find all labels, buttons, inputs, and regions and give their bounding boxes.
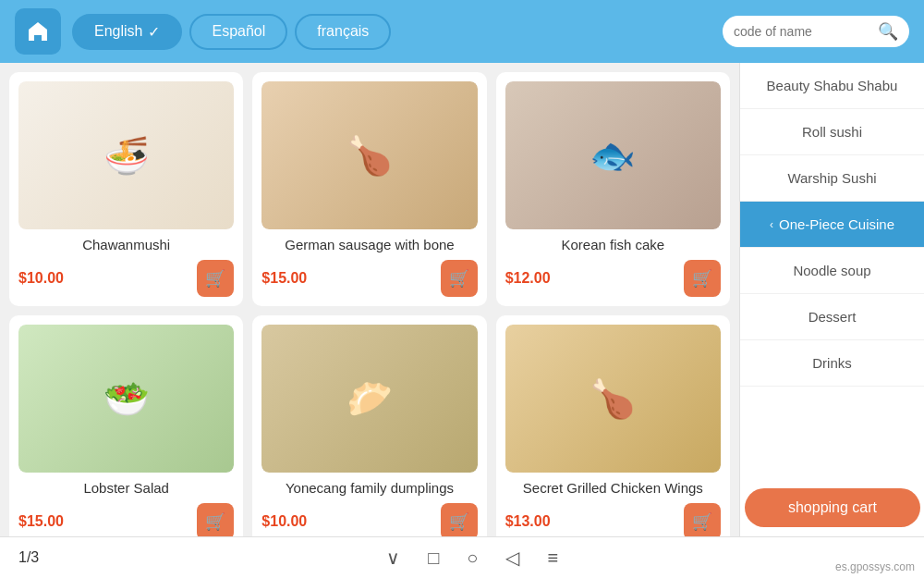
food-card: 🥗 Lobster Salad $15.00 🛒 [9, 315, 243, 536]
search-button[interactable]: 🔍 [878, 21, 898, 42]
sidebar-item-label: Warship Sushi [787, 170, 876, 186]
search-area: 🔍 [723, 16, 909, 47]
lang-francais-button[interactable]: français [295, 14, 391, 50]
food-footer: $15.00 🛒 [261, 260, 477, 297]
food-price: $12.00 [505, 270, 551, 287]
food-grid: 🍜 Chawanmushi $10.00 🛒 🍗 German sausage … [0, 63, 739, 536]
sidebar-item-label: Dessert [808, 309, 857, 325]
header: English ✓ Español français 🔍 [0, 0, 924, 63]
food-footer: $12.00 🛒 [505, 260, 721, 297]
sidebar-item-label: Roll sushi [802, 124, 862, 140]
food-placeholder: 🥟 [261, 325, 477, 473]
food-card: 🐟 Korean fish cake $12.00 🛒 [496, 72, 730, 306]
food-name: Korean fish cake [561, 237, 664, 252]
food-name: German sausage with bone [285, 237, 454, 252]
food-footer: $10.00 🛒 [261, 503, 477, 536]
add-to-cart-button[interactable]: 🛒 [441, 503, 478, 536]
food-price: $13.00 [505, 513, 551, 530]
food-name: Lobster Salad [83, 480, 169, 496]
sidebar: Beauty Shabu ShabuRoll sushiWarship Sush… [739, 63, 924, 536]
food-image: 🍜 [18, 81, 234, 229]
food-card: 🍗 German sausage with bone $15.00 🛒 [252, 72, 486, 306]
food-price: $10.00 [261, 513, 307, 530]
page-indicator: 1/3 [18, 549, 39, 566]
add-to-cart-button[interactable]: 🛒 [441, 260, 478, 297]
food-footer: $13.00 🛒 [505, 503, 721, 536]
home-icon [25, 18, 51, 44]
lang-espanol-label: Español [212, 23, 265, 40]
food-name: Chawanmushi [82, 237, 170, 252]
cart-icon: 🛒 [205, 511, 225, 532]
lang-english-label: English [94, 23, 142, 40]
sidebar-item-label: Drinks [812, 355, 852, 371]
food-placeholder: 🥗 [18, 325, 234, 473]
food-placeholder: 🍗 [505, 325, 721, 473]
food-image: 🍗 [261, 81, 477, 229]
sidebar-item-warship-sushi[interactable]: Warship Sushi [740, 155, 924, 202]
sidebar-item-dessert[interactable]: Dessert [740, 294, 924, 340]
language-selector: English ✓ Español français [72, 14, 391, 50]
watermark: es.gpossys.com [835, 560, 915, 573]
bottom-bar: 1/3 ∨ □ ○ ◁ ≡ es.gpossys.com [0, 536, 924, 578]
check-icon: ✓ [148, 23, 160, 41]
sidebar-item-label: Noodle soup [793, 263, 870, 278]
lang-english-button[interactable]: English ✓ [72, 14, 182, 50]
cart-icon: 🛒 [449, 511, 469, 532]
food-price: $10.00 [18, 270, 64, 287]
lang-espanol-button[interactable]: Español [189, 14, 287, 50]
main-content: 🍜 Chawanmushi $10.00 🛒 🍗 German sausage … [0, 63, 924, 536]
food-price: $15.00 [18, 513, 64, 530]
food-card: 🍜 Chawanmushi $10.00 🛒 [9, 72, 243, 306]
lang-francais-label: français [317, 23, 369, 40]
add-to-cart-button[interactable]: 🛒 [684, 503, 721, 536]
food-image: 🍗 [505, 325, 721, 473]
sidebar-item-label: One-Piece Cuisine [779, 216, 894, 232]
cart-icon: 🛒 [692, 268, 712, 289]
add-to-cart-button[interactable]: 🛒 [197, 260, 234, 297]
cart-icon: 🛒 [449, 268, 469, 289]
food-placeholder: 🍗 [261, 81, 477, 229]
sidebar-item-beauty-shabu-shabu[interactable]: Beauty Shabu Shabu [740, 63, 924, 109]
food-name: Yonecang family dumplings [286, 480, 454, 496]
sidebar-item-one-piece-cuisine[interactable]: ‹One-Piece Cuisine [740, 202, 924, 248]
food-name: Secret Grilled Chicken Wings [523, 480, 703, 496]
nav-circle-icon[interactable]: ○ [467, 547, 478, 569]
food-card: 🥟 Yonecang family dumplings $10.00 🛒 [252, 315, 486, 536]
food-card: 🍗 Secret Grilled Chicken Wings $13.00 🛒 [496, 315, 730, 536]
sidebar-item-drinks[interactable]: Drinks [740, 340, 924, 387]
add-to-cart-button[interactable]: 🛒 [684, 260, 721, 297]
nav-down-icon[interactable]: ∨ [386, 547, 400, 569]
nav-back-icon[interactable]: ◁ [505, 547, 519, 569]
food-image: 🥟 [261, 325, 477, 473]
home-button[interactable] [15, 8, 61, 55]
shopping-cart-button[interactable]: shopping cart [745, 488, 920, 527]
food-placeholder: 🐟 [505, 81, 721, 229]
add-to-cart-button[interactable]: 🛒 [197, 503, 234, 536]
cart-icon: 🛒 [692, 511, 712, 532]
food-footer: $10.00 🛒 [18, 260, 234, 297]
cart-icon: 🛒 [205, 268, 225, 289]
search-input[interactable] [734, 24, 872, 39]
active-chevron-icon: ‹ [770, 218, 773, 231]
food-placeholder: 🍜 [18, 81, 234, 229]
sidebar-item-label: Beauty Shabu Shabu [767, 78, 898, 93]
sidebar-item-roll-sushi[interactable]: Roll sushi [740, 109, 924, 155]
sidebar-item-noodle-soup[interactable]: Noodle soup [740, 248, 924, 294]
search-icon: 🔍 [878, 22, 898, 41]
nav-square-icon[interactable]: □ [428, 547, 439, 569]
food-price: $15.00 [261, 270, 307, 287]
food-image: 🥗 [18, 325, 234, 473]
food-image: 🐟 [505, 81, 721, 229]
nav-menu-icon[interactable]: ≡ [547, 547, 558, 569]
nav-icons: ∨ □ ○ ◁ ≡ [39, 547, 906, 569]
food-footer: $15.00 🛒 [18, 503, 234, 536]
